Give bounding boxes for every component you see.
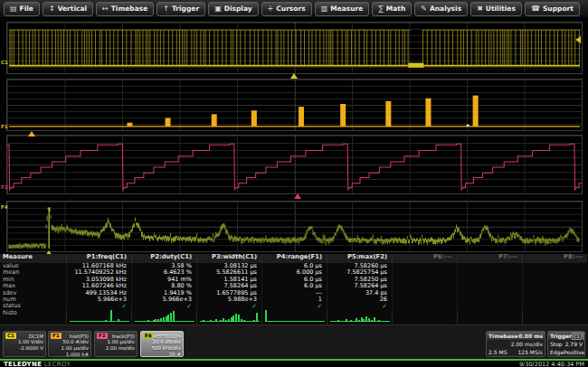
measure-row-label: histo [0,310,66,325]
measure-cell: 1.9419 % [131,290,196,296]
menu-analysis-button[interactable]: ✎Analysis [414,2,468,16]
measure-cell: 6.4623 % [131,269,196,276]
measure-cell: 26 [327,296,392,303]
histogram-sparkline [196,310,261,325]
utilities-icon: ✖ [477,5,483,13]
grid-f2 [6,135,583,194]
menu-timebase-button[interactable]: ↔Timebase [96,2,154,16]
measure-cell: 8.80 % [131,283,196,289]
measure-cell: 11.57409252 kHz [66,269,131,276]
descriptor-line: 2.00 ms/div [97,345,135,352]
timebase-panel[interactable]: Timebase 0.00 ms 2.00 ms/div 2.5 MS 125 … [486,331,545,357]
measure-cell [457,296,522,303]
histogram-sparkline [457,310,522,325]
menu-label: Support [543,5,574,13]
trigger-time-marker-icon[interactable] [290,73,298,79]
measure-column-header[interactable]: P7:--- [457,254,522,263]
measure-cell [457,277,522,283]
descriptor-line: 500 kHz/div [143,345,181,352]
f4-fft-waveform [7,202,582,251]
measure-column-header[interactable]: P2:duty(C1) [131,254,196,263]
f4-badge: F4 [143,333,154,339]
menu-display-button[interactable]: ▣Display [208,2,258,16]
trigger-panel[interactable]: Trigger C1 DC Stop 2.79 V Edge Positive [547,331,585,357]
menu-utilities-button[interactable]: ✖Utilities [470,2,522,16]
menu-file-button[interactable]: ▤File [4,2,40,16]
measure-column-header[interactable]: P6:--- [392,254,457,263]
measure-table: MeasureP1:freq(C1)P2:duty(C1)P3:width(C1… [0,254,588,325]
descriptor-f2[interactable]: F2track(P3)1.00 µs/div2.00 ms/div [94,331,138,357]
measure-cell: 5.5826611 µs [196,269,261,276]
measure-cell: 11.607246 kHz [66,283,131,289]
measure-cell [457,290,522,296]
display-icon: ▣ [214,5,222,13]
menu-math-button[interactable]: ∑Math [372,2,412,16]
brand-lecroy: LECROY [44,361,71,367]
measure-column-header[interactable]: P1:freq(C1) [66,254,131,263]
measure-cell: 3.08132 µs [196,263,261,269]
measure-cell: 941 m% [131,277,196,283]
measure-cell: 1.58141 µs [196,277,261,283]
timebase-samples: 2.5 MS [488,348,507,356]
menu-measure-button[interactable]: ▥Measure [315,2,370,16]
descriptor-source: hist(P3) [70,334,89,339]
measure-cell [522,269,587,276]
measure-cell [522,296,587,303]
measure-column-header[interactable]: P8:--- [522,254,587,263]
descriptor-f4[interactable]: F4<FFT(C2)>20.0 dB/div500 kHz/div26 # [140,331,184,357]
menu-cursors-button[interactable]: +Cursors [261,2,312,16]
trigger-mode: Stop [550,340,563,348]
horizontal-arrows-icon: ↔ [102,5,109,13]
brand-logo: TELEDYNE LECROY [4,361,71,367]
measure-cell [522,283,587,289]
measure-cell [522,277,587,283]
support-icon: ☎ [531,5,540,13]
descriptor-line: -2.8000 V [5,345,43,352]
measure-column-header[interactable]: P5:max(F2) [327,254,392,263]
descriptor-c1[interactable]: C1DC1M1.00 V/div-2.8000 V [3,331,46,357]
measure-cell [392,296,457,303]
menu-trigger-button[interactable]: ↑Trigger [156,2,205,16]
measure-row-label: min [0,277,66,283]
f1-channel-label: F1 [1,124,8,129]
timebase-rate: 125 MS/s [518,348,544,356]
measure-cell [392,283,457,289]
measure-cell: 6.0 µs [261,277,327,283]
measure-table-title: Measure [0,254,66,263]
measure-cell: 3.053098 kHz [66,277,131,283]
measure-cell: --- [261,290,327,296]
measure-row-label: value [0,263,66,269]
trigger-kind: Edge [550,348,564,356]
grid-f1 [6,79,583,131]
histogram-sparkline [522,310,587,325]
f2-position-marker-icon[interactable] [294,193,301,199]
measure-cell: 11.607168 kHz [66,263,131,269]
descriptor-line: 20.0 dB/div [143,339,181,345]
measure-icon: ▥ [321,5,328,13]
vertical-arrows-icon: ↕ [49,5,55,13]
waveform-display-area: C1 F1 F2 F4 [0,17,588,254]
cursors-icon: + [268,5,274,13]
descriptor-f1[interactable]: F1hist(P3)50.0 #/div1.00 µs/div1.000 k# [48,331,91,357]
timebase-offset: 0.00 ms [518,333,543,339]
measure-column-header[interactable]: P3:width(C1) [196,254,261,263]
menu-label: Vertical [58,5,87,13]
trigger-level: 2.79 V [565,340,583,348]
grid-f4 [6,201,583,252]
analysis-icon: ✎ [421,5,427,13]
status-ok-icon: ✓ [66,303,131,310]
f2-badge: F2 [97,333,108,339]
measure-row-label: num [0,296,66,303]
trigger-edge-icon: ↑ [163,5,169,13]
menu-label: Timebase [111,5,148,13]
menu-vertical-button[interactable]: ↕Vertical [43,2,93,16]
measure-column-header[interactable]: P4:range(F1) [261,254,327,263]
timebase-scale: 2.00 ms/div [511,340,543,348]
status-footer: TELEDYNE LECROY 9/30/2012 4:40:34 PM [0,359,588,367]
measure-cell: 1 [261,296,327,303]
menu-label: Trigger [172,5,199,13]
measure-cell [392,277,457,283]
measure-cell: 7.58264 µs [327,283,392,289]
measure-cell: 7.5825754 µs [327,269,392,276]
menu-support-button[interactable]: ☎Support [525,2,580,16]
